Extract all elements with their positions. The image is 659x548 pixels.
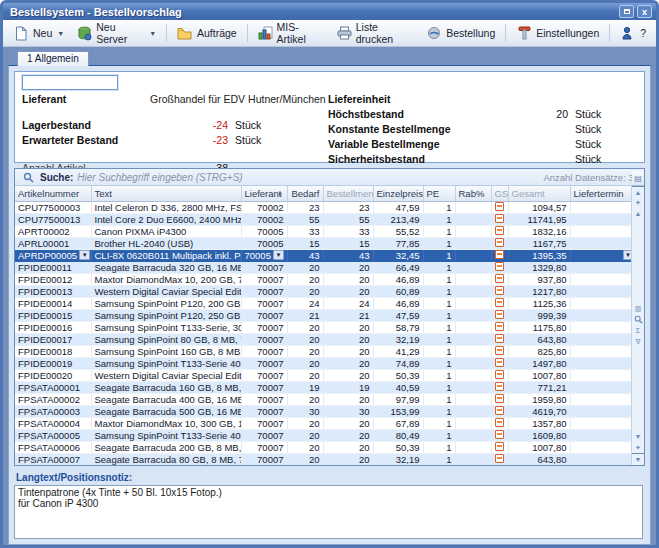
cell-gs[interactable]: [491, 237, 508, 249]
cell-liefertermin[interactable]: ▼: [570, 249, 631, 261]
cell-liefertermin[interactable]: ▼: [570, 417, 631, 429]
cell-liefertermin[interactable]: ▼: [570, 285, 631, 297]
cell-gs[interactable]: [491, 309, 508, 321]
grid-scroll-area[interactable]: Artikelnummer Text ▼Lieferant Bedarf Bes…: [15, 186, 631, 465]
cell-artikelnummer[interactable]: APRT00002▼: [15, 225, 91, 237]
cell-liefertermin[interactable]: ▼: [570, 453, 631, 465]
search-input[interactable]: [77, 172, 539, 183]
cell-text[interactable]: Samsung SpinPoint P120, 200 GB, 7200: [91, 297, 241, 309]
table-row[interactable]: FPSATA00004▼ Maxtor DiamondMax 10, 300 G…: [15, 417, 631, 429]
cell-gs[interactable]: [491, 441, 508, 453]
scroll-first-row-icon[interactable]: ▲: [632, 186, 644, 197]
tab-allgemein[interactable]: 1 Allgemein: [17, 51, 89, 66]
cell-artikelnummer[interactable]: FPIDE00015▼: [15, 309, 91, 321]
cell-gesamt[interactable]: 999,39: [508, 309, 570, 321]
cell-bedarf[interactable]: 23: [287, 201, 323, 213]
cell-liefertermin[interactable]: ▼: [570, 345, 631, 357]
cell-text[interactable]: Canon PIXMA iP4300: [91, 225, 241, 237]
quick-edit-input[interactable]: [22, 75, 118, 90]
cell-text[interactable]: Samsung SpinPoint T133-Serie, 300 GB, 72…: [91, 321, 241, 333]
cell-bedarf[interactable]: 20: [287, 429, 323, 441]
gs-basket-icon[interactable]: [495, 250, 504, 259]
cell-pe[interactable]: 1: [423, 225, 455, 237]
cell-einzelpreis[interactable]: 50,39: [373, 441, 423, 453]
cell-rab[interactable]: [455, 297, 491, 309]
cell-lieferant[interactable]: 70007▼: [241, 369, 287, 381]
cell-liefertermin[interactable]: ▼: [570, 357, 631, 369]
cell-bestellmenge[interactable]: 20: [323, 273, 373, 285]
cell-artikelnummer[interactable]: CPU77500013▼: [15, 213, 91, 225]
cell-bedarf[interactable]: 30: [287, 405, 323, 417]
cell-text[interactable]: Seagate Barracuda 200 GB, 8 MB, 7200, NC…: [91, 441, 241, 453]
restore-window-icon[interactable]: [619, 5, 634, 18]
cell-einzelpreis[interactable]: 97,99: [373, 393, 423, 405]
cell-artikelnummer[interactable]: FPIDE00018▼: [15, 345, 91, 357]
cell-gs[interactable]: [491, 261, 508, 273]
cell-bedarf[interactable]: 15: [287, 237, 323, 249]
mis-artikel-button[interactable]: MIS-Artikel: [252, 18, 330, 48]
gs-basket-icon[interactable]: [495, 238, 504, 247]
cell-rab[interactable]: [455, 309, 491, 321]
zoom-row-icon[interactable]: [632, 314, 644, 325]
cell-gesamt[interactable]: 1497,80: [508, 357, 570, 369]
gs-basket-icon[interactable]: [495, 274, 504, 283]
cell-bestellmenge[interactable]: 15: [323, 237, 373, 249]
cell-lieferant[interactable]: 70007▼: [241, 345, 287, 357]
cell-lieferant[interactable]: 70007▼: [241, 381, 287, 393]
cell-artikelnummer[interactable]: FPIDE00014▼: [15, 297, 91, 309]
table-row[interactable]: FPSATA00001▼ Seagate Barracuda 160 GB, 8…: [15, 381, 631, 393]
table-row[interactable]: APRL00001▼ Brother HL-2040 (USB) 70005▼ …: [15, 237, 631, 249]
scroll-row-up-icon[interactable]: ▲: [632, 208, 644, 219]
cell-einzelpreis[interactable]: 46,89: [373, 297, 423, 309]
cell-bedarf[interactable]: 20: [287, 285, 323, 297]
cell-pe[interactable]: 1: [423, 417, 455, 429]
cell-einzelpreis[interactable]: 32,19: [373, 453, 423, 465]
lieferant-dropdown-icon[interactable]: ▼: [273, 250, 284, 260]
cell-liefertermin[interactable]: ▼: [570, 213, 631, 225]
cell-lieferant[interactable]: 70005▼: [241, 237, 287, 249]
cell-pe[interactable]: 1: [423, 213, 455, 225]
cell-text[interactable]: Maxtor DiamondMax 10, 200 GB, 7200: [91, 273, 241, 285]
cell-gesamt[interactable]: 937,80: [508, 273, 570, 285]
cell-gesamt[interactable]: 643,80: [508, 333, 570, 345]
cell-einzelpreis[interactable]: 58,79: [373, 321, 423, 333]
col-text[interactable]: Text: [91, 186, 241, 201]
cell-gs[interactable]: [491, 333, 508, 345]
cell-gesamt[interactable]: 1959,80: [508, 393, 570, 405]
cell-gs[interactable]: [491, 285, 508, 297]
cell-liefertermin[interactable]: ▼: [570, 237, 631, 249]
cell-rab[interactable]: [455, 369, 491, 381]
table-row[interactable]: FPIDE00019▼ Samsung SpinPoint T133-Serie…: [15, 357, 631, 369]
gs-basket-icon[interactable]: [495, 430, 504, 439]
cell-bestellmenge[interactable]: 43: [323, 249, 373, 261]
cell-pe[interactable]: 1: [423, 201, 455, 213]
table-row[interactable]: CPU77500003▼ Intel Celeron D 336, 2800 M…: [15, 201, 631, 213]
cell-rab[interactable]: [455, 285, 491, 297]
cell-artikelnummer[interactable]: FPSATA00005▼: [15, 429, 91, 441]
cell-liefertermin[interactable]: ▼: [570, 297, 631, 309]
cell-gesamt[interactable]: 1609,80: [508, 429, 570, 441]
cell-einzelpreis[interactable]: 66,49: [373, 261, 423, 273]
cell-bestellmenge[interactable]: 20: [323, 429, 373, 441]
gs-basket-icon[interactable]: [495, 418, 504, 427]
cell-text[interactable]: Seagate Barracuda 320 GB, 16 MB, 7200: [91, 261, 241, 273]
cell-text[interactable]: Intel Celeron D 336, 2800 MHz, FSB 533 M…: [91, 201, 241, 213]
cell-liefertermin[interactable]: ▼: [570, 393, 631, 405]
cell-artikelnummer[interactable]: APRDP00005▼: [15, 249, 91, 261]
cell-rab[interactable]: [455, 441, 491, 453]
cell-pe[interactable]: 1: [423, 369, 455, 381]
new-button[interactable]: Neu ▼: [7, 22, 70, 44]
cell-bedarf[interactable]: 43: [287, 249, 323, 261]
cell-gs[interactable]: [491, 405, 508, 417]
cell-gesamt[interactable]: 1329,80: [508, 261, 570, 273]
cell-bedarf[interactable]: 20: [287, 345, 323, 357]
cell-einzelpreis[interactable]: 55,52: [373, 225, 423, 237]
gs-basket-icon[interactable]: [495, 214, 504, 223]
cell-liefertermin[interactable]: ▼: [570, 369, 631, 381]
table-row[interactable]: FPSATA00006▼ Seagate Barracuda 200 GB, 8…: [15, 441, 631, 453]
gs-basket-icon[interactable]: [495, 346, 504, 355]
cell-bedarf[interactable]: 24: [287, 297, 323, 309]
cell-einzelpreis[interactable]: 60,89: [373, 285, 423, 297]
table-row[interactable]: APRDP00005▼ CLI-8X 0620B011 Multipack in…: [15, 249, 631, 261]
cell-bestellmenge[interactable]: 20: [323, 369, 373, 381]
